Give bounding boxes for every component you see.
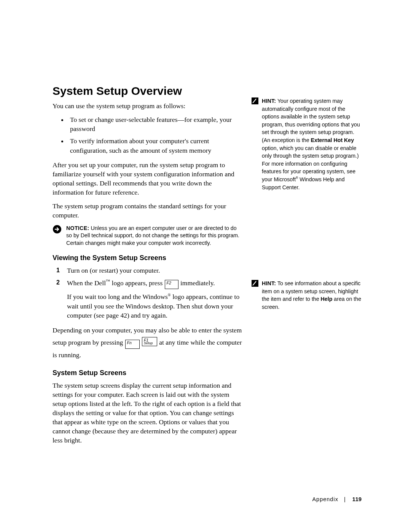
- fn-key-icon: Fn: [125, 340, 140, 349]
- hint2-label: HINT:: [262, 280, 276, 286]
- side-column: HINT: Your operating system may automati…: [251, 97, 362, 322]
- step1-text: Turn on (or restart) your computer.: [67, 267, 160, 274]
- steps-list: Turn on (or restart) your computer. When…: [53, 266, 242, 320]
- main-column: System Setup Overview You can use the sy…: [53, 85, 242, 450]
- page-title: System Setup Overview: [53, 85, 242, 97]
- notice-text: NOTICE: Unless you are an expert compute…: [66, 225, 242, 248]
- step2-text-c: immediately.: [179, 279, 215, 286]
- hint1-label: HINT:: [262, 98, 276, 104]
- after-bullets-paragraph: After you set up your computer, run the …: [53, 160, 242, 197]
- trademark-symbol: ™: [106, 279, 110, 283]
- screens-heading: System Setup Screens: [53, 369, 242, 377]
- notice-body: Unless you are an expert computer user o…: [66, 225, 239, 246]
- list-item: To verify information about your compute…: [68, 136, 242, 155]
- footer-sep: |: [344, 496, 346, 502]
- step-item: When the Dell™ logo appears, press F2 im…: [53, 278, 242, 320]
- hint1-a: Your operating system may automatically …: [262, 98, 360, 143]
- hint-icon: [251, 97, 260, 107]
- footer-section: Appendix: [312, 496, 338, 502]
- notice-icon: [53, 225, 63, 235]
- page-number: 119: [352, 496, 362, 502]
- hint-block-2: HINT: To see information about a specifi…: [251, 280, 362, 311]
- f1-setup-key-icon: F1Setup: [142, 337, 157, 346]
- hint1-text: HINT: Your operating system may automati…: [262, 97, 362, 191]
- page-footer: Appendix | 119: [312, 496, 362, 502]
- hint2-text: HINT: To see information about a specifi…: [262, 280, 362, 311]
- depending-paragraph: Depending on your computer, you may also…: [53, 324, 242, 361]
- step2-sub-a: If you wait too long and the Windows: [67, 293, 168, 300]
- feature-list: To set or change user-selectable feature…: [53, 115, 242, 155]
- screens-paragraph: The system setup screens display the cur…: [53, 381, 242, 445]
- f2-key-icon: F2: [165, 280, 178, 289]
- notice-block: NOTICE: Unless you are an expert compute…: [53, 225, 242, 248]
- step2-sub: If you wait too long and the Windows® lo…: [67, 292, 242, 320]
- page: System Setup Overview You can use the sy…: [0, 0, 411, 532]
- registered-symbol: ®: [168, 293, 171, 297]
- standard-settings-paragraph: The system setup program contains the st…: [53, 201, 242, 220]
- notice-label: NOTICE:: [66, 225, 89, 231]
- intro-paragraph: You can use the system setup program as …: [53, 101, 242, 110]
- list-item: To set or change user-selectable feature…: [68, 115, 242, 133]
- step-item: Turn on (or restart) your computer.: [53, 266, 242, 275]
- hint2-bold: Help: [321, 296, 333, 302]
- step2-text-a: When the Dell: [67, 279, 106, 286]
- viewing-heading: Viewing the System Setup Screens: [53, 254, 242, 262]
- hint-block-1: HINT: Your operating system may automati…: [251, 97, 362, 191]
- hint1-bold: External Hot Key: [311, 137, 354, 143]
- hint-icon: [251, 280, 260, 289]
- step2-text-b: logo appears, press: [110, 279, 164, 286]
